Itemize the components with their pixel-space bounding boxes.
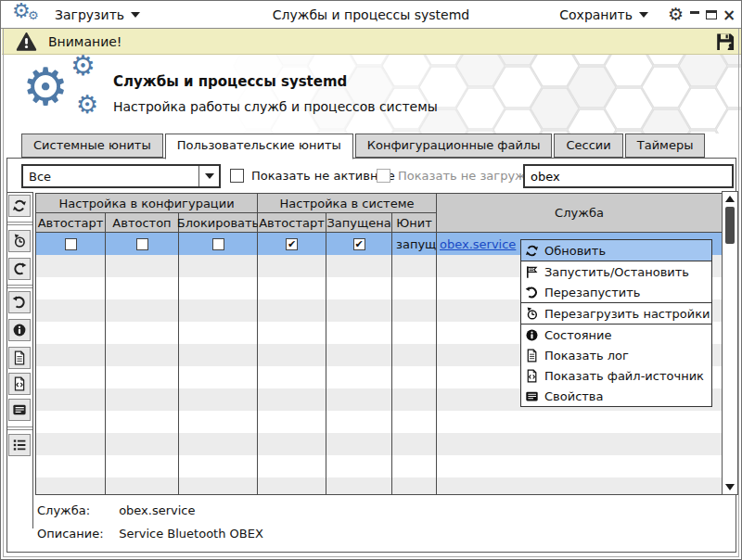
- search-input[interactable]: [523, 164, 734, 188]
- code-file-icon: [525, 369, 539, 383]
- column-header: Юнит: [392, 213, 437, 233]
- counterclockwise-arrow-icon: [525, 286, 539, 299]
- service-link[interactable]: obex.service: [440, 237, 516, 251]
- system-autostart-checkbox[interactable]: ✔: [286, 238, 298, 250]
- source-button[interactable]: [8, 373, 31, 395]
- properties-button[interactable]: [8, 399, 31, 421]
- save-label: Сохранить: [559, 7, 633, 22]
- context-menu: Обновить Запустить/Остановить Перезапуст…: [520, 239, 712, 407]
- banner-subtitle: Настройка работы служб и процессов систе…: [113, 99, 438, 114]
- column-header: Автостарт: [36, 213, 106, 233]
- table-row[interactable]: [36, 477, 722, 495]
- checkbox-icon: [377, 169, 390, 183]
- menu-item-start-stop[interactable]: Запустить/Остановить: [521, 261, 711, 282]
- refresh-icon: [12, 198, 27, 213]
- save-menu-button[interactable]: Сохранить: [559, 1, 648, 29]
- window-border: [3, 556, 739, 557]
- toolbar-separator: [7, 426, 32, 430]
- service-value: obex.service: [119, 503, 195, 517]
- tab-user-units[interactable]: Пользовательские юниты: [165, 134, 353, 159]
- vertical-scrollbar[interactable]: [722, 191, 738, 495]
- footer-description-line: Описание: Service Bluetooth OBEX: [37, 527, 263, 541]
- tab-system-units[interactable]: Системные юниты: [21, 134, 163, 158]
- tab-sessions[interactable]: Сессии: [554, 134, 622, 158]
- info-icon: [12, 323, 27, 337]
- menu-item-status[interactable]: Состояние: [521, 325, 711, 345]
- refresh-button[interactable]: [8, 195, 31, 217]
- toolbar-separator: [7, 222, 32, 225]
- table-row[interactable]: [36, 455, 722, 477]
- menu-item-properties[interactable]: Свойства: [521, 386, 711, 406]
- column-header: Запущена: [326, 213, 392, 233]
- show-inactive-label: Показать не активные: [251, 169, 395, 183]
- document-icon: [12, 350, 27, 365]
- show-inactive-checkbox[interactable]: Показать не активные: [230, 169, 395, 183]
- banner: ⚙⚙⚙ Службы и процессы systemd Настройка …: [2, 55, 742, 134]
- refresh-icon: [525, 244, 539, 258]
- unit-filter-select[interactable]: Все: [21, 164, 221, 188]
- maximize-button[interactable]: [704, 1, 719, 29]
- column-header: Автостарт: [258, 213, 326, 233]
- settings-gear-icon[interactable]: ⚙: [668, 4, 684, 24]
- gears-logo: ⚙⚙⚙: [22, 55, 115, 134]
- status-button[interactable]: [8, 319, 31, 341]
- config-autostart-checkbox[interactable]: [65, 238, 77, 250]
- close-button[interactable]: ×: [722, 1, 736, 29]
- menu-item-restart[interactable]: Перезапустить: [521, 282, 711, 302]
- reload-settings-button[interactable]: [8, 230, 31, 252]
- group-header-system: Настройка в системе: [258, 194, 437, 213]
- rerun-button[interactable]: [8, 258, 31, 280]
- table-row[interactable]: [36, 411, 722, 433]
- system-running-checkbox[interactable]: ✔: [353, 238, 365, 250]
- checkbox-icon: [230, 169, 244, 183]
- left-toolbar: [7, 192, 33, 528]
- unit-state-cell: запущен: [392, 233, 437, 255]
- service-label: Служба:: [37, 503, 115, 517]
- toolbar-separator: [7, 285, 32, 288]
- info-icon: [525, 328, 539, 342]
- column-header: Блокировать: [179, 213, 258, 233]
- code-file-icon: [12, 376, 27, 391]
- chevron-down-icon: [205, 173, 214, 179]
- menu-item-reload-settings[interactable]: Перезагрузить настройки: [521, 303, 711, 324]
- config-autostop-checkbox[interactable]: [136, 238, 148, 250]
- clockwise-arrow-icon: [12, 261, 27, 276]
- app-window: ⚙⚙ Загрузить Службы и процессы systemd С…: [0, 0, 742, 560]
- warning-icon: [15, 32, 38, 52]
- unit-filter-value: Все: [23, 170, 198, 184]
- arrow-down-icon: [725, 484, 735, 490]
- description-label: Описание:: [37, 527, 115, 541]
- scrollbar-thumb[interactable]: [725, 207, 735, 244]
- scroll-up-button[interactable]: [723, 193, 737, 205]
- combo-arrow-button[interactable]: [198, 166, 219, 186]
- menu-item-refresh[interactable]: Обновить: [521, 240, 711, 261]
- flag-icon: [525, 265, 539, 279]
- unit-list-button[interactable]: [8, 434, 31, 456]
- menu-item-show-source[interactable]: Показать файл-источник: [521, 365, 711, 386]
- warning-text: Внимание!: [48, 29, 122, 55]
- column-header-service: Служба: [437, 194, 722, 233]
- tab-timers[interactable]: Таймеры: [625, 134, 706, 158]
- footer-service-line: Служба: obex.service: [37, 503, 196, 517]
- menu-item-show-log[interactable]: Показать лог: [521, 345, 711, 365]
- chevron-down-icon: [639, 12, 648, 18]
- tab-config-files[interactable]: Конфигурационные файлы: [355, 134, 553, 158]
- minimize-button[interactable]: [687, 1, 702, 29]
- config-block-checkbox[interactable]: [212, 238, 224, 250]
- maximize-icon: [706, 10, 717, 19]
- restart-button[interactable]: [8, 291, 31, 313]
- scroll-down-button[interactable]: [723, 481, 737, 493]
- log-button[interactable]: [8, 347, 31, 369]
- history-clock-icon: [12, 234, 27, 248]
- counterclockwise-arrow-icon: [12, 295, 27, 310]
- save-file-icon[interactable]: [715, 32, 736, 52]
- arrow-up-icon: [725, 196, 735, 202]
- table-row[interactable]: [36, 433, 722, 455]
- list-box-icon: [525, 389, 539, 403]
- titlebar: ⚙⚙ Загрузить Службы и процессы systemd С…: [1, 1, 741, 29]
- banner-title: Службы и процессы systemd: [113, 73, 347, 90]
- column-header: Автостоп: [106, 213, 179, 233]
- bullet-list-icon: [12, 438, 27, 452]
- list-box-icon: [12, 402, 27, 417]
- tab-bar: Системные юниты Пользовательские юниты К…: [21, 134, 707, 159]
